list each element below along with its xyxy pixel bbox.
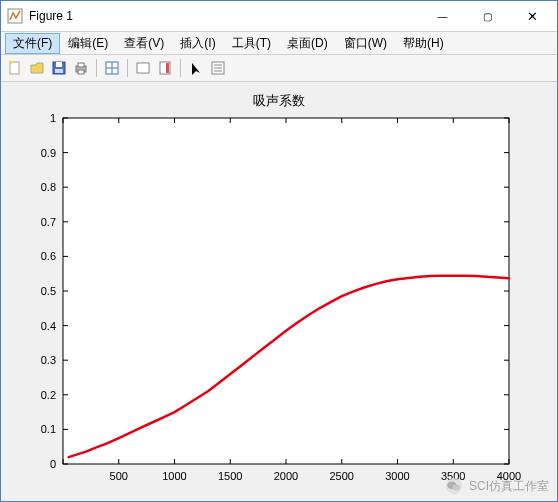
svg-text:1: 1 [50, 112, 56, 124]
svg-rect-14 [166, 63, 169, 73]
svg-text:2500: 2500 [330, 470, 354, 482]
maximize-button[interactable]: ▢ [465, 2, 510, 31]
svg-rect-7 [78, 63, 84, 67]
svg-text:0.4: 0.4 [41, 320, 56, 332]
menu-help[interactable]: 帮助(H) [395, 33, 452, 54]
svg-text:2000: 2000 [274, 470, 298, 482]
svg-rect-5 [55, 69, 63, 73]
toolbar [1, 55, 557, 82]
watermark-text: SCI仿真工作室 [469, 478, 549, 495]
toolbar-separator [127, 59, 128, 77]
svg-point-81 [452, 485, 460, 491]
data-cursor-button[interactable] [102, 58, 122, 78]
new-figure-button[interactable] [5, 58, 25, 78]
svg-text:0.6: 0.6 [41, 250, 56, 262]
matlab-figure-icon [7, 8, 23, 24]
edit-plot-button[interactable] [186, 58, 206, 78]
window-title: Figure 1 [29, 9, 73, 23]
svg-text:0.9: 0.9 [41, 147, 56, 159]
menubar: 文件(F) 编辑(E) 查看(V) 插入(I) 工具(T) 桌面(D) 窗口(W… [1, 32, 557, 55]
chart-axes: 500100015002000250030003500400000.10.20.… [21, 112, 521, 492]
menu-tools[interactable]: 工具(T) [224, 33, 279, 54]
figure-area: 吸声系数 500100015002000250030003500400000.1… [1, 82, 557, 501]
svg-text:0.8: 0.8 [41, 181, 56, 193]
svg-text:1500: 1500 [218, 470, 242, 482]
svg-text:0: 0 [50, 458, 56, 470]
svg-text:0.3: 0.3 [41, 354, 56, 366]
svg-text:0.7: 0.7 [41, 216, 56, 228]
menu-insert[interactable]: 插入(I) [172, 33, 223, 54]
svg-rect-12 [137, 63, 149, 73]
figure-window: Figure 1 — ▢ ✕ 文件(F) 编辑(E) 查看(V) 插入(I) 工… [0, 0, 558, 502]
svg-text:1000: 1000 [162, 470, 186, 482]
svg-text:3000: 3000 [385, 470, 409, 482]
svg-rect-19 [63, 118, 509, 464]
menu-view[interactable]: 查看(V) [116, 33, 172, 54]
toolbar-separator [180, 59, 181, 77]
plot-title: 吸声系数 [21, 92, 537, 110]
print-button[interactable] [71, 58, 91, 78]
svg-rect-8 [78, 70, 84, 74]
svg-rect-2 [9, 61, 12, 64]
svg-text:500: 500 [110, 470, 128, 482]
menu-file[interactable]: 文件(F) [5, 33, 60, 54]
open-button[interactable] [27, 58, 47, 78]
plot-container: 吸声系数 500100015002000250030003500400000.1… [21, 92, 537, 486]
menu-edit[interactable]: 编辑(E) [60, 33, 116, 54]
close-button[interactable]: ✕ [510, 2, 555, 31]
wechat-icon [445, 477, 463, 495]
svg-rect-4 [56, 62, 62, 67]
minimize-button[interactable]: — [420, 2, 465, 31]
insert-colorbar-button[interactable] [155, 58, 175, 78]
svg-text:0.2: 0.2 [41, 389, 56, 401]
svg-text:0.1: 0.1 [41, 423, 56, 435]
menu-desktop[interactable]: 桌面(D) [279, 33, 336, 54]
watermark: SCI仿真工作室 [445, 477, 549, 495]
titlebar[interactable]: Figure 1 — ▢ ✕ [1, 1, 557, 32]
link-axes-button[interactable] [133, 58, 153, 78]
toolbar-separator [96, 59, 97, 77]
save-button[interactable] [49, 58, 69, 78]
menu-window[interactable]: 窗口(W) [336, 33, 395, 54]
svg-text:0.5: 0.5 [41, 285, 56, 297]
axes-properties-button[interactable] [208, 58, 228, 78]
